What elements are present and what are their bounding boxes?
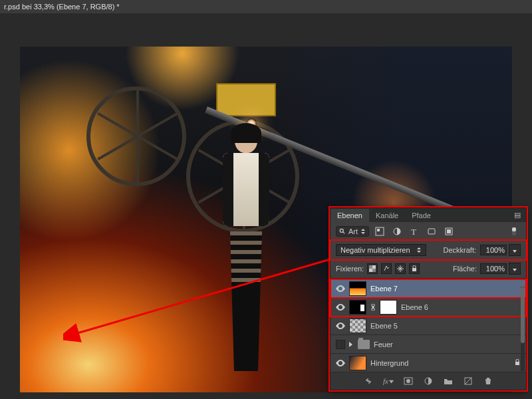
mask-link-icon[interactable] [370, 305, 376, 310]
disclosure-icon[interactable] [349, 342, 352, 347]
filter-smart-icon[interactable] [442, 225, 456, 237]
svg-text:T: T [411, 227, 416, 236]
tab-paths[interactable]: Pfade [405, 209, 438, 222]
layer-thumbnail[interactable] [349, 281, 366, 296]
panel-menu-icon[interactable]: ▤ [509, 208, 526, 222]
updown-icon [360, 227, 366, 235]
svg-rect-9 [447, 229, 451, 233]
layer-name[interactable]: Ebene 7 [370, 285, 521, 293]
blend-mode-value: Negativ multiplizieren [340, 246, 410, 254]
svg-rect-7 [428, 229, 435, 234]
prop-person [206, 126, 286, 392]
blend-mode-dropdown[interactable]: Negativ multiplizieren [336, 244, 426, 256]
visibility-toggle[interactable] [336, 358, 345, 368]
prop-wheel [86, 86, 186, 186]
layers-scrollbar[interactable] [521, 287, 525, 371]
folder-icon [358, 340, 370, 349]
visibility-toggle[interactable] [336, 303, 345, 312]
lock-transparency-icon[interactable] [367, 263, 378, 274]
panel-tabs: Ebenen Kanäle Pfade ▤ [331, 208, 526, 222]
opacity-control [480, 244, 521, 256]
filter-shape-icon[interactable] [425, 225, 438, 237]
svg-rect-15 [412, 268, 416, 271]
svg-rect-19 [515, 362, 519, 365]
filter-pixel-icon[interactable] [373, 225, 386, 237]
opacity-slider-toggle[interactable] [509, 244, 521, 256]
layer-row[interactable]: Feuer [331, 335, 526, 354]
prop-sign [216, 83, 276, 116]
lock-label: Fixieren: [336, 265, 364, 273]
layer-row[interactable]: Ebene 5 [331, 317, 526, 335]
layers-panel: Ebenen Kanäle Pfade ▤ Art T Negativ mult… [330, 207, 527, 390]
layer-name[interactable]: Ebene 6 [401, 303, 521, 311]
search-icon [339, 228, 346, 235]
document-titlebar: r.psd bei 33,3% (Ebene 7, RGB/8) * [0, 0, 532, 13]
fill-label: Fläche: [453, 265, 477, 273]
blend-mode-row: Negativ multiplizieren Deckkraft: [331, 241, 526, 259]
layer-filter-row: Art T [331, 222, 526, 241]
link-layers-icon[interactable] [363, 376, 374, 386]
add-mask-icon[interactable] [403, 376, 414, 386]
svg-point-1 [340, 229, 343, 232]
filter-toggle-switch[interactable] [507, 225, 521, 237]
layer-filter-kind[interactable]: Art [336, 226, 369, 237]
svg-rect-20 [367, 380, 370, 382]
updown-icon [416, 246, 422, 254]
layer-row[interactable]: Ebene 7 [331, 279, 526, 298]
lock-icon [514, 359, 521, 367]
fill-slider-toggle[interactable] [509, 263, 521, 275]
opacity-label: Deckkraft: [443, 246, 476, 254]
fill-input[interactable] [480, 263, 507, 274]
layer-row[interactable]: Hintergrund [331, 354, 526, 372]
visibility-toggle[interactable] [336, 284, 345, 293]
tab-layers[interactable]: Ebenen [331, 209, 369, 222]
visibility-toggle[interactable] [336, 321, 345, 331]
fill-control [480, 263, 521, 275]
layer-name[interactable]: Hintergrund [370, 359, 510, 367]
svg-rect-18 [372, 306, 374, 309]
delete-layer-icon[interactable] [483, 376, 493, 386]
layer-row[interactable]: Ebene 6 [331, 298, 526, 317]
lock-position-icon[interactable] [395, 263, 406, 274]
filter-kind-label: Art [348, 227, 358, 235]
visibility-toggle[interactable] [336, 340, 345, 349]
layer-panel-footer: fx [331, 372, 526, 390]
new-group-icon[interactable] [443, 376, 454, 386]
svg-rect-4 [377, 229, 380, 231]
layer-style-icon[interactable]: fx [383, 376, 394, 386]
scrollbar-thumb[interactable] [521, 287, 525, 343]
new-layer-icon[interactable] [463, 376, 473, 386]
svg-rect-13 [369, 265, 372, 269]
lock-pixels-icon[interactable] [381, 263, 392, 274]
lock-all-icon[interactable] [409, 263, 420, 274]
layer-thumbnail[interactable] [349, 319, 366, 333]
lock-row: Fixieren: Fläche: [331, 259, 526, 279]
filter-adjustment-icon[interactable] [390, 225, 404, 237]
filter-type-icon[interactable]: T [408, 225, 421, 237]
layer-list: Ebene 7Ebene 6Ebene 5FeuerHintergrund [331, 279, 526, 372]
layer-name[interactable]: Feuer [374, 340, 521, 348]
layer-thumbnail[interactable] [349, 300, 366, 315]
svg-point-22 [406, 379, 410, 383]
tab-channels[interactable]: Kanäle [369, 209, 405, 222]
opacity-input[interactable] [480, 245, 507, 255]
svg-line-2 [343, 232, 345, 234]
layer-thumbnail[interactable] [349, 356, 366, 370]
svg-rect-11 [512, 227, 516, 231]
svg-rect-14 [372, 269, 376, 272]
layer-name[interactable]: Ebene 5 [370, 322, 521, 330]
document-title: r.psd bei 33,3% (Ebene 7, RGB/8) * [4, 3, 120, 11]
mask-thumbnail[interactable] [380, 300, 397, 315]
new-adjustment-icon[interactable] [423, 376, 434, 386]
